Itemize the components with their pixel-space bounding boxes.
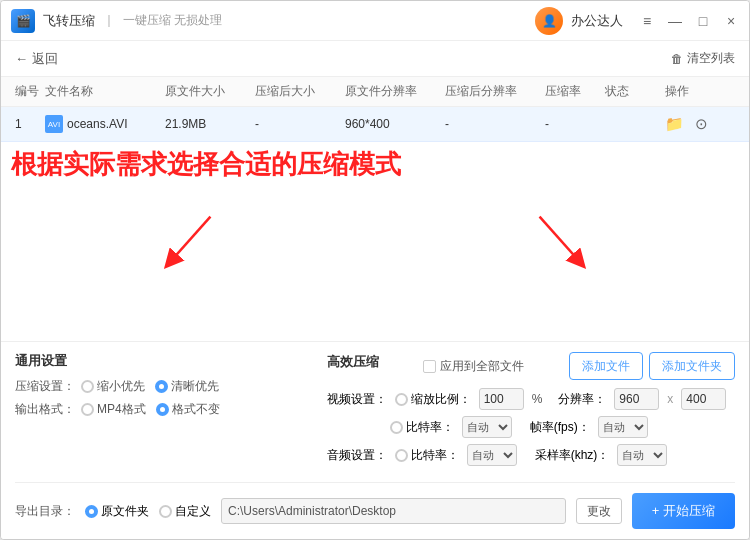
min-size-radio[interactable] bbox=[81, 380, 94, 393]
scale-radio[interactable] bbox=[395, 393, 408, 406]
format-no-change-radio[interactable] bbox=[156, 403, 169, 416]
col-header-orig-res: 原文件分辨率 bbox=[345, 83, 445, 100]
svg-line-0 bbox=[171, 217, 211, 262]
user-avatar: 👤 bbox=[535, 7, 563, 35]
mp4-radio[interactable] bbox=[81, 403, 94, 416]
orig-folder-label: 原文件夹 bbox=[101, 503, 149, 520]
video-bitrate-label: 比特率： bbox=[406, 419, 454, 436]
custom-option[interactable]: 自定义 bbox=[159, 503, 211, 520]
audio-bitrate-radio[interactable] bbox=[395, 449, 408, 462]
toolbar-right: 🗑 清空列表 bbox=[671, 50, 735, 67]
video-settings-row: 视频设置： 缩放比例： % 分辨率： x bbox=[327, 388, 735, 410]
sample-rate-select[interactable]: 自动 bbox=[617, 444, 667, 466]
title-bar-right: ≡ — □ × bbox=[639, 13, 739, 29]
apply-all-label: 应用到全部文件 bbox=[440, 358, 524, 375]
col-header-comp-size: 压缩后大小 bbox=[255, 83, 345, 100]
app-name: 飞转压缩 bbox=[43, 12, 95, 30]
clear-list-button[interactable]: 🗑 清空列表 bbox=[671, 50, 735, 67]
video-bitrate-select[interactable]: 自动 bbox=[462, 416, 512, 438]
add-file-button[interactable]: 添加文件 bbox=[569, 352, 643, 380]
video-bitrate-option[interactable]: 比特率： bbox=[390, 419, 454, 436]
open-folder-btn[interactable]: 📁 bbox=[665, 115, 684, 132]
change-path-button[interactable]: 更改 bbox=[576, 498, 622, 524]
col-header-comp-res: 压缩后分辨率 bbox=[445, 83, 545, 100]
general-settings-section: 通用设置 压缩设置： 缩小优先 清晰优先 bbox=[15, 352, 307, 472]
maximize-button[interactable]: □ bbox=[695, 13, 711, 29]
title-divider: ｜ bbox=[103, 12, 115, 29]
fps-label: 帧率(fps)： bbox=[530, 419, 590, 436]
table-header: 编号 文件名称 原文件大小 压缩后大小 原文件分辨率 压缩后分辨率 压缩率 状态… bbox=[1, 77, 749, 107]
user-name: 办公达人 bbox=[571, 12, 623, 30]
row-comp-size: - bbox=[255, 117, 345, 131]
settings-row: 通用设置 压缩设置： 缩小优先 清晰优先 bbox=[15, 352, 735, 472]
app-slogan: 一键压缩 无损处理 bbox=[123, 12, 222, 29]
apply-all-checkbox[interactable] bbox=[423, 360, 436, 373]
clear-audio-radio[interactable] bbox=[155, 380, 168, 393]
output-row: 导出目录： 原文件夹 自定义 更改 + 开始压缩 bbox=[15, 482, 735, 529]
close-button[interactable]: × bbox=[723, 13, 739, 29]
video-setting-label: 视频设置： bbox=[327, 391, 387, 408]
orig-folder-radio[interactable] bbox=[85, 505, 98, 518]
high-eff-title: 高效压缩 bbox=[327, 353, 379, 371]
output-path-input[interactable] bbox=[221, 498, 566, 524]
video-bitrate-radio[interactable] bbox=[390, 421, 403, 434]
add-folder-button[interactable]: 添加文件夹 bbox=[649, 352, 735, 380]
custom-radio[interactable] bbox=[159, 505, 172, 518]
res-x: x bbox=[667, 392, 673, 406]
row-num: 1 bbox=[15, 117, 45, 131]
main-window: 🎬 飞转压缩 ｜ 一键压缩 无损处理 👤 办公达人 ≡ — □ × ← 返回 🗑… bbox=[0, 0, 750, 540]
menu-button[interactable]: ≡ bbox=[639, 13, 655, 29]
percent-sign: % bbox=[532, 392, 543, 406]
play-btn[interactable]: ⊙ bbox=[695, 115, 708, 132]
row-filename: oceans.AVI bbox=[67, 117, 127, 131]
clear-audio-label: 清晰优先 bbox=[171, 378, 219, 395]
audio-bitrate-label: 比特率： bbox=[411, 447, 459, 464]
min-size-option[interactable]: 缩小优先 bbox=[81, 378, 145, 395]
sample-rate-label: 采样率(khz)： bbox=[535, 447, 610, 464]
minimize-button[interactable]: — bbox=[667, 13, 683, 29]
output-label: 导出目录： bbox=[15, 503, 75, 520]
res-width-input[interactable] bbox=[614, 388, 659, 410]
table-row: 1 AVI oceans.AVI 21.9MB - 960*400 - - 📁 … bbox=[1, 107, 749, 142]
res-height-input[interactable] bbox=[681, 388, 726, 410]
custom-label: 自定义 bbox=[175, 503, 211, 520]
col-header-num: 编号 bbox=[15, 83, 45, 100]
mp4-option[interactable]: MP4格式 bbox=[81, 401, 146, 418]
high-eff-section: 高效压缩 应用到全部文件 添加文件 添加文件夹 视频设置： 缩放比例 bbox=[327, 352, 735, 472]
compression-label: 压缩设置： bbox=[15, 378, 75, 395]
bottom-panel: 通用设置 压缩设置： 缩小优先 清晰优先 bbox=[1, 341, 749, 539]
audio-label: 音频设置： bbox=[327, 447, 387, 464]
scale-input[interactable] bbox=[479, 388, 524, 410]
clear-audio-option[interactable]: 清晰优先 bbox=[155, 378, 219, 395]
back-button[interactable]: ← 返回 bbox=[15, 50, 58, 68]
scale-option[interactable]: 缩放比例： bbox=[395, 391, 471, 408]
annotation-area: 根据实际需求选择合适的压缩模式 bbox=[1, 142, 749, 341]
col-header-orig-size: 原文件大小 bbox=[165, 83, 255, 100]
back-arrow: ← bbox=[15, 51, 28, 66]
general-settings-title: 通用设置 bbox=[15, 352, 307, 370]
row-orig-size: 21.9MB bbox=[165, 117, 255, 131]
title-bar-left: 🎬 飞转压缩 ｜ 一键压缩 无损处理 bbox=[11, 9, 535, 33]
title-bar: 🎬 飞转压缩 ｜ 一键压缩 无损处理 👤 办公达人 ≡ — □ × bbox=[1, 1, 749, 41]
row-filename-cell: AVI oceans.AVI bbox=[45, 115, 165, 133]
format-no-change-label: 格式不变 bbox=[172, 401, 220, 418]
min-size-label: 缩小优先 bbox=[97, 378, 145, 395]
annotation-text: 根据实际需求选择合适的压缩模式 bbox=[11, 147, 401, 182]
col-header-ops: 操作 bbox=[665, 83, 735, 100]
audio-bitrate-option[interactable]: 比特率： bbox=[395, 447, 459, 464]
fps-select[interactable]: 自动 bbox=[598, 416, 648, 438]
toolbar: ← 返回 🗑 清空列表 bbox=[1, 41, 749, 77]
col-header-name: 文件名称 bbox=[45, 83, 165, 100]
bitrate-fps-row: 比特率： 自动 帧率(fps)： 自动 bbox=[327, 416, 735, 438]
svg-line-2 bbox=[540, 217, 580, 262]
back-label: 返回 bbox=[32, 50, 58, 68]
col-header-ratio: 压缩率 bbox=[545, 83, 605, 100]
orig-folder-option[interactable]: 原文件夹 bbox=[85, 503, 149, 520]
start-compress-button[interactable]: + 开始压缩 bbox=[632, 493, 735, 529]
format-no-change-option[interactable]: 格式不变 bbox=[156, 401, 220, 418]
output-format-label: 输出格式： bbox=[15, 401, 75, 418]
audio-settings-row: 音频设置： 比特率： 自动 采样率(khz)： 自动 bbox=[327, 444, 735, 466]
apply-all-item: 应用到全部文件 bbox=[423, 358, 524, 375]
audio-bitrate-select[interactable]: 自动 bbox=[467, 444, 517, 466]
file-icon: AVI bbox=[45, 115, 63, 133]
